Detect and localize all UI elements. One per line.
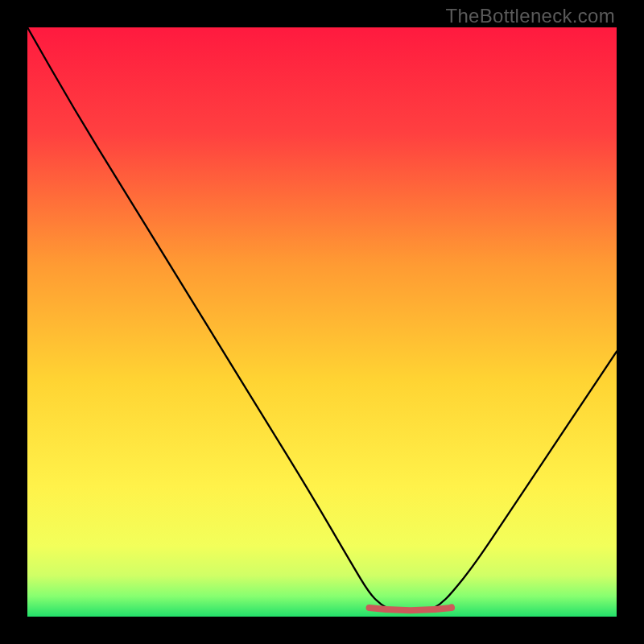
chart-frame: TheBottleneck.com bbox=[0, 0, 644, 644]
curve-layer bbox=[27, 27, 617, 617]
flat-region-marker bbox=[369, 608, 452, 610]
flat-region-end-dot bbox=[449, 604, 455, 609]
bottleneck-curve-path bbox=[27, 27, 617, 611]
watermark-text: TheBottleneck.com bbox=[445, 5, 615, 27]
plot-area bbox=[27, 27, 617, 617]
